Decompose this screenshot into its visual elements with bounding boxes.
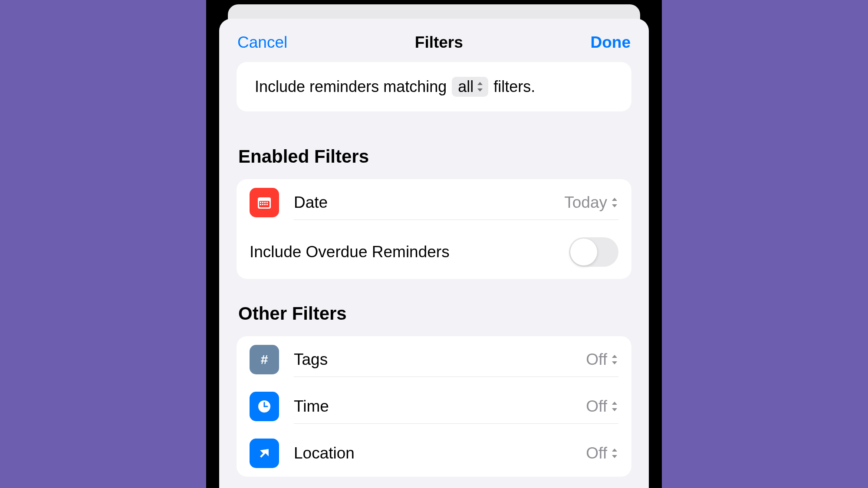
filter-value-time-text: Off [586, 397, 607, 416]
enabled-filters-header: Enabled Filters [237, 146, 631, 167]
clock-icon [250, 392, 279, 421]
filter-value-date[interactable]: Today [564, 193, 618, 212]
other-filters-header: Other Filters [237, 303, 631, 324]
svg-rect-9 [266, 204, 268, 205]
svg-rect-6 [260, 204, 261, 205]
toggle-knob [570, 239, 597, 265]
location-icon [250, 439, 279, 468]
filter-value-date-text: Today [564, 193, 607, 212]
svg-rect-4 [264, 202, 266, 203]
filter-value-tags[interactable]: Off [586, 350, 618, 369]
up-down-icon [611, 448, 618, 459]
overdue-toggle[interactable] [569, 237, 618, 267]
filter-label-location: Location [294, 444, 355, 462]
up-down-icon [611, 354, 618, 365]
enabled-filters-group: Date Today Include Overdue Reminders [237, 179, 631, 279]
phone-frame: Cancel Filters Done Include reminders ma… [206, 0, 662, 488]
svg-rect-2 [260, 202, 261, 203]
filter-value-tags-text: Off [586, 350, 607, 369]
svg-rect-3 [262, 202, 263, 203]
match-summary-card: Include reminders matching all filters. [237, 62, 631, 111]
filter-label-tags: Tags [294, 350, 328, 369]
calendar-icon [250, 188, 279, 217]
content-area: Include reminders matching all filters. … [219, 62, 649, 477]
overdue-toggle-row: Include Overdue Reminders [237, 226, 631, 279]
other-filters-group: # Tags Off [237, 336, 631, 477]
filter-value-location-text: Off [586, 444, 607, 462]
svg-rect-7 [262, 204, 263, 205]
summary-suffix: filters. [493, 78, 535, 96]
filter-row-location[interactable]: Location Off [237, 430, 631, 477]
up-down-icon [611, 401, 618, 412]
nav-title: Filters [415, 33, 463, 52]
svg-text:#: # [261, 352, 268, 367]
filter-value-time[interactable]: Off [586, 397, 618, 416]
svg-rect-5 [266, 202, 268, 203]
filter-label-date: Date [294, 193, 328, 212]
filter-value-location[interactable]: Off [586, 444, 618, 462]
done-button[interactable]: Done [590, 33, 631, 52]
filter-label-time: Time [294, 397, 329, 416]
cancel-button[interactable]: Cancel [237, 33, 287, 52]
filter-row-date[interactable]: Date Today [237, 179, 631, 226]
overdue-label: Include Overdue Reminders [250, 243, 450, 261]
filters-modal: Cancel Filters Done Include reminders ma… [219, 19, 649, 488]
summary-prefix: Include reminders matching [255, 78, 447, 96]
match-mode-value: all [458, 78, 473, 96]
up-down-icon [476, 81, 484, 92]
svg-rect-8 [264, 204, 266, 205]
hash-icon: # [250, 345, 279, 374]
up-down-icon [611, 197, 618, 208]
match-mode-selector[interactable]: all [452, 77, 488, 97]
nav-bar: Cancel Filters Done [219, 19, 649, 62]
filter-row-time[interactable]: Time Off [237, 383, 631, 430]
filter-row-tags[interactable]: # Tags Off [237, 336, 631, 383]
